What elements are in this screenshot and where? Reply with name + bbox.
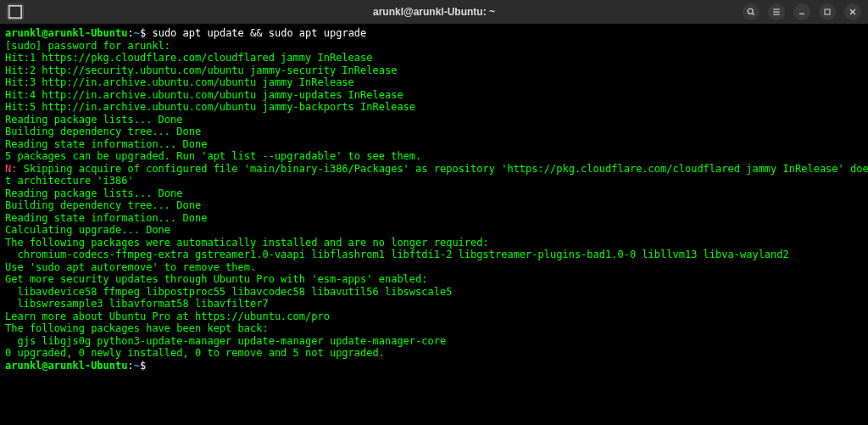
output-line: Reading package lists... Done: [5, 187, 183, 199]
output-line: Use 'sudo apt autoremove' to remove them…: [5, 261, 256, 273]
svg-rect-0: [9, 6, 21, 18]
titlebar: arunkl@arunkl-Ubuntu: ~: [0, 0, 868, 24]
close-button[interactable]: [844, 3, 861, 20]
titlebar-left: [7, 3, 24, 20]
output-line-warn-prefix: N:: [5, 163, 17, 175]
output-line: Hit:2 http://security.ubuntu.com/ubuntu …: [5, 64, 397, 76]
output-line: Learn more about Ubuntu Pro at https://u…: [5, 310, 330, 322]
output-line: Hit:3 http://in.archive.ubuntu.com/ubunt…: [5, 76, 354, 88]
prompt-path: ~: [134, 360, 140, 372]
output-line: 0 upgraded, 0 newly installed, 0 to remo…: [5, 347, 385, 359]
svg-point-1: [748, 8, 753, 14]
terminal-output[interactable]: arunkl@arunkl-Ubuntu:~$ sudo apt update …: [0, 24, 868, 425]
command-text: sudo apt update && sudo apt upgrade: [152, 27, 366, 39]
close-icon: [848, 7, 858, 17]
prompt-user: arunkl@arunkl-Ubuntu: [5, 360, 128, 372]
search-button[interactable]: [743, 3, 760, 20]
cursor: [146, 360, 152, 372]
prompt-sep: :: [128, 360, 134, 372]
output-line: Reading state information... Done: [5, 212, 207, 224]
new-tab-button[interactable]: [7, 3, 24, 20]
output-line: [sudo] password for arunkl:: [5, 40, 170, 52]
output-line: Reading package lists... Done: [5, 114, 183, 126]
output-line: Get more security updates through Ubuntu…: [5, 273, 428, 285]
titlebar-right: [743, 3, 861, 20]
maximize-icon: [822, 7, 832, 17]
minimize-button[interactable]: [793, 3, 810, 20]
output-line: Reading state information... Done: [5, 138, 207, 150]
svg-line-2: [753, 14, 754, 15]
output-line: The following packages have been kept ba…: [5, 322, 269, 334]
output-line: libavdevice58 ffmpeg libpostproc55 libav…: [5, 286, 452, 298]
prompt-sep: :: [128, 27, 134, 39]
output-line: gjs libgjs0g python3-update-manager upda…: [5, 335, 446, 347]
maximize-button[interactable]: [819, 3, 836, 20]
window-title: arunkl@arunkl-Ubuntu: ~: [7, 6, 861, 19]
menu-button[interactable]: [768, 3, 785, 20]
output-line: Hit:4 http://in.archive.ubuntu.com/ubunt…: [5, 89, 403, 101]
output-line: Hit:5 http://in.archive.ubuntu.com/ubunt…: [5, 101, 415, 113]
output-line: Building dependency tree... Done: [5, 126, 201, 137]
hamburger-icon: [771, 7, 782, 17]
output-line: 5 packages can be upgraded. Run 'apt lis…: [5, 150, 421, 162]
output-line: The following packages were automaticall…: [5, 237, 489, 249]
output-line: Building dependency tree... Done: [5, 199, 201, 211]
output-line: t architecture 'i386': [5, 175, 134, 187]
prompt-user: arunkl@arunkl-Ubuntu: [5, 27, 128, 39]
prompt-path: ~: [134, 27, 140, 39]
search-icon: [746, 7, 756, 17]
output-line: Calculating upgrade... Done: [5, 224, 170, 236]
output-line: Skipping acquire of configured file 'mai…: [17, 163, 868, 175]
output-line: chromium-codecs-ffmpeg-extra gstreamer1.…: [5, 249, 789, 260]
svg-rect-7: [825, 9, 830, 14]
minimize-icon: [797, 7, 807, 17]
output-line: libswresample3 libavformat58 libavfilter…: [5, 298, 269, 310]
output-line: Hit:1 https://pkg.cloudflare.com/cloudfl…: [5, 52, 372, 64]
terminal-icon: [8, 4, 23, 20]
